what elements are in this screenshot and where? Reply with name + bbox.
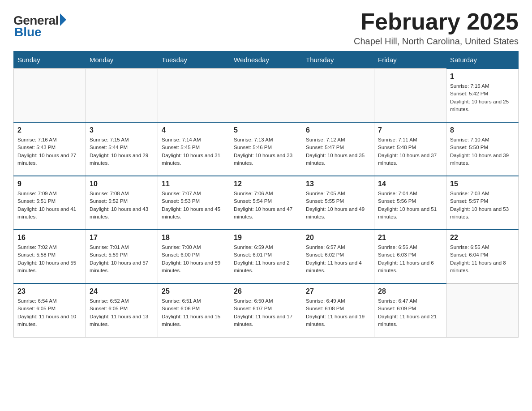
day-info: Sunrise: 7:10 AMSunset: 5:50 PMDaylight:… xyxy=(450,136,515,167)
calendar-cell: 4Sunrise: 7:14 AMSunset: 5:45 PMDaylight… xyxy=(158,122,230,176)
day-number: 16 xyxy=(17,234,82,242)
day-info: Sunrise: 7:05 AMSunset: 5:55 PMDaylight:… xyxy=(306,190,370,221)
day-number: 10 xyxy=(90,180,154,188)
calendar-cell: 6Sunrise: 7:12 AMSunset: 5:47 PMDaylight… xyxy=(302,122,374,176)
calendar-cell: 3Sunrise: 7:15 AMSunset: 5:44 PMDaylight… xyxy=(86,122,158,176)
calendar-cell: 14Sunrise: 7:04 AMSunset: 5:56 PMDayligh… xyxy=(374,176,446,230)
day-number: 13 xyxy=(306,180,370,188)
day-number: 8 xyxy=(450,126,515,134)
day-number: 15 xyxy=(450,180,515,188)
day-info: Sunrise: 7:01 AMSunset: 5:59 PMDaylight:… xyxy=(90,244,154,274)
day-number: 3 xyxy=(90,126,154,134)
calendar-cell xyxy=(374,68,446,122)
calendar-week-2: 2Sunrise: 7:16 AMSunset: 5:43 PMDaylight… xyxy=(14,122,519,176)
weekday-header-tuesday: Tuesday xyxy=(158,51,230,69)
weekday-header-friday: Friday xyxy=(374,51,446,69)
day-number: 9 xyxy=(17,180,82,188)
day-info: Sunrise: 7:06 AMSunset: 5:54 PMDaylight:… xyxy=(234,190,298,221)
day-number: 26 xyxy=(234,287,298,295)
day-number: 17 xyxy=(90,234,154,242)
calendar-week-3: 9Sunrise: 7:09 AMSunset: 5:51 PMDaylight… xyxy=(14,176,519,230)
day-info: Sunrise: 7:08 AMSunset: 5:52 PMDaylight:… xyxy=(90,190,154,221)
day-number: 14 xyxy=(378,180,442,188)
day-number: 11 xyxy=(162,180,226,188)
calendar-week-4: 16Sunrise: 7:02 AMSunset: 5:58 PMDayligh… xyxy=(14,230,519,283)
calendar-cell: 16Sunrise: 7:02 AMSunset: 5:58 PMDayligh… xyxy=(14,230,86,283)
day-info: Sunrise: 7:16 AMSunset: 5:42 PMDaylight:… xyxy=(450,82,515,113)
day-info: Sunrise: 7:11 AMSunset: 5:48 PMDaylight:… xyxy=(378,136,442,167)
calendar-cell: 20Sunrise: 6:57 AMSunset: 6:02 PMDayligh… xyxy=(302,230,374,283)
calendar-cell: 5Sunrise: 7:13 AMSunset: 5:46 PMDaylight… xyxy=(230,122,302,176)
day-info: Sunrise: 6:56 AMSunset: 6:03 PMDaylight:… xyxy=(378,244,442,274)
calendar-cell: 2Sunrise: 7:16 AMSunset: 5:43 PMDaylight… xyxy=(14,122,86,176)
calendar-cell xyxy=(158,68,230,122)
calendar-cell: 17Sunrise: 7:01 AMSunset: 5:59 PMDayligh… xyxy=(86,230,158,283)
day-number: 12 xyxy=(234,180,298,188)
calendar-cell: 10Sunrise: 7:08 AMSunset: 5:52 PMDayligh… xyxy=(86,176,158,230)
weekday-header-saturday: Saturday xyxy=(446,51,519,69)
calendar-cell xyxy=(446,283,519,337)
calendar-cell xyxy=(86,68,158,122)
day-number: 27 xyxy=(306,287,370,295)
calendar-cell: 13Sunrise: 7:05 AMSunset: 5:55 PMDayligh… xyxy=(302,176,374,230)
calendar-cell: 26Sunrise: 6:50 AMSunset: 6:07 PMDayligh… xyxy=(230,283,302,337)
day-number: 25 xyxy=(162,287,226,295)
day-info: Sunrise: 6:50 AMSunset: 6:07 PMDaylight:… xyxy=(234,297,298,328)
day-info: Sunrise: 6:59 AMSunset: 6:01 PMDaylight:… xyxy=(234,244,298,274)
page-header: General Blue February 2025 Chapel Hill, … xyxy=(13,9,519,47)
calendar-cell xyxy=(14,68,86,122)
day-number: 4 xyxy=(162,126,226,134)
month-title: February 2025 xyxy=(354,9,519,34)
day-number: 18 xyxy=(162,234,226,242)
day-info: Sunrise: 7:15 AMSunset: 5:44 PMDaylight:… xyxy=(90,136,154,167)
calendar-cell xyxy=(230,68,302,122)
day-info: Sunrise: 7:16 AMSunset: 5:43 PMDaylight:… xyxy=(17,136,82,167)
calendar-cell: 21Sunrise: 6:56 AMSunset: 6:03 PMDayligh… xyxy=(374,230,446,283)
day-info: Sunrise: 6:51 AMSunset: 6:06 PMDaylight:… xyxy=(162,297,226,328)
title-section: February 2025 Chapel Hill, North Carolin… xyxy=(354,9,519,47)
day-info: Sunrise: 6:49 AMSunset: 6:08 PMDaylight:… xyxy=(306,297,370,328)
calendar-cell: 28Sunrise: 6:47 AMSunset: 6:09 PMDayligh… xyxy=(374,283,446,337)
day-info: Sunrise: 7:03 AMSunset: 5:57 PMDaylight:… xyxy=(450,190,515,221)
day-number: 28 xyxy=(378,287,442,295)
calendar-cell xyxy=(302,68,374,122)
day-info: Sunrise: 6:54 AMSunset: 6:05 PMDaylight:… xyxy=(17,297,82,328)
day-info: Sunrise: 7:07 AMSunset: 5:53 PMDaylight:… xyxy=(162,190,226,221)
logo-blue-text: Blue xyxy=(14,25,42,39)
day-info: Sunrise: 7:04 AMSunset: 5:56 PMDaylight:… xyxy=(378,190,442,221)
weekday-header-monday: Monday xyxy=(86,51,158,69)
calendar-cell: 11Sunrise: 7:07 AMSunset: 5:53 PMDayligh… xyxy=(158,176,230,230)
calendar-cell: 12Sunrise: 7:06 AMSunset: 5:54 PMDayligh… xyxy=(230,176,302,230)
day-number: 23 xyxy=(17,287,82,295)
calendar-cell: 27Sunrise: 6:49 AMSunset: 6:08 PMDayligh… xyxy=(302,283,374,337)
day-info: Sunrise: 6:57 AMSunset: 6:02 PMDaylight:… xyxy=(306,244,370,274)
day-number: 5 xyxy=(234,126,298,134)
weekday-header-sunday: Sunday xyxy=(14,51,86,69)
calendar-cell: 18Sunrise: 7:00 AMSunset: 6:00 PMDayligh… xyxy=(158,230,230,283)
calendar-cell: 22Sunrise: 6:55 AMSunset: 6:04 PMDayligh… xyxy=(446,230,519,283)
day-number: 7 xyxy=(378,126,442,134)
calendar-header-row: SundayMondayTuesdayWednesdayThursdayFrid… xyxy=(14,51,519,69)
day-info: Sunrise: 7:13 AMSunset: 5:46 PMDaylight:… xyxy=(234,136,298,167)
calendar-table: SundayMondayTuesdayWednesdayThursdayFrid… xyxy=(13,51,519,338)
logo: General Blue xyxy=(13,13,66,39)
day-info: Sunrise: 6:55 AMSunset: 6:04 PMDaylight:… xyxy=(450,244,515,274)
day-info: Sunrise: 7:00 AMSunset: 6:00 PMDaylight:… xyxy=(162,244,226,274)
day-number: 22 xyxy=(450,234,515,242)
weekday-header-thursday: Thursday xyxy=(302,51,374,69)
day-number: 19 xyxy=(234,234,298,242)
calendar-cell: 25Sunrise: 6:51 AMSunset: 6:06 PMDayligh… xyxy=(158,283,230,337)
calendar-cell: 7Sunrise: 7:11 AMSunset: 5:48 PMDaylight… xyxy=(374,122,446,176)
calendar-cell: 24Sunrise: 6:52 AMSunset: 6:05 PMDayligh… xyxy=(86,283,158,337)
calendar-cell: 15Sunrise: 7:03 AMSunset: 5:57 PMDayligh… xyxy=(446,176,519,230)
location-subtitle: Chapel Hill, North Carolina, United Stat… xyxy=(354,36,519,47)
calendar-cell: 8Sunrise: 7:10 AMSunset: 5:50 PMDaylight… xyxy=(446,122,519,176)
day-number: 6 xyxy=(306,126,370,134)
calendar-cell: 23Sunrise: 6:54 AMSunset: 6:05 PMDayligh… xyxy=(14,283,86,337)
calendar-cell: 19Sunrise: 6:59 AMSunset: 6:01 PMDayligh… xyxy=(230,230,302,283)
logo-arrow-icon xyxy=(60,13,66,26)
day-number: 1 xyxy=(450,73,515,81)
day-info: Sunrise: 6:52 AMSunset: 6:05 PMDaylight:… xyxy=(90,297,154,328)
day-info: Sunrise: 7:12 AMSunset: 5:47 PMDaylight:… xyxy=(306,136,370,167)
day-info: Sunrise: 6:47 AMSunset: 6:09 PMDaylight:… xyxy=(378,297,442,328)
